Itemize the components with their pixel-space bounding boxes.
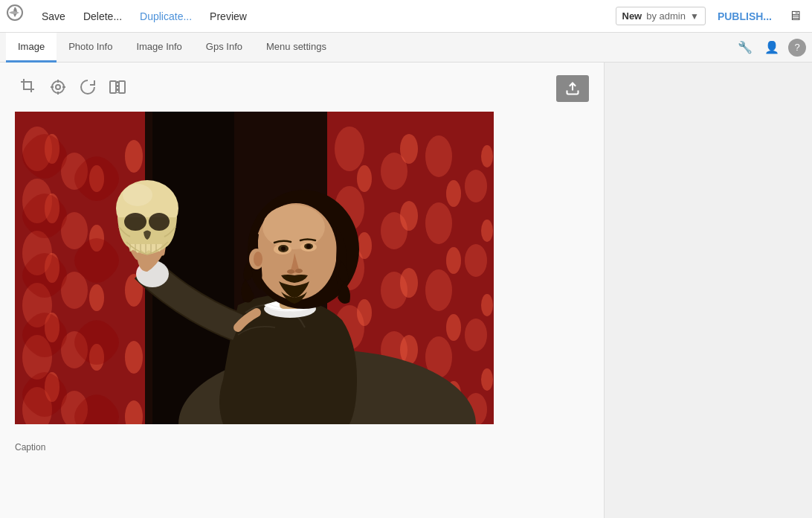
flip-tool-button[interactable] (104, 75, 131, 103)
tab-gps-info[interactable]: Gps Info (194, 33, 254, 63)
app-logo (6, 4, 31, 28)
svg-rect-7 (110, 81, 116, 93)
svg-point-56 (465, 244, 487, 277)
svg-point-75 (481, 368, 493, 391)
settings-icon-button[interactable]: 🔧 (735, 37, 755, 57)
upload-button[interactable] (556, 75, 589, 102)
rotate-tool-button[interactable] (74, 75, 101, 103)
svg-point-89 (295, 269, 303, 273)
svg-point-31 (89, 284, 104, 311)
svg-point-102 (123, 184, 152, 206)
caption-label: Caption (15, 442, 589, 453)
delete-button[interactable]: Delete... (76, 6, 129, 27)
svg-point-73 (481, 220, 493, 242)
svg-point-74 (481, 294, 493, 316)
svg-point-41 (335, 127, 364, 171)
svg-point-86 (281, 246, 286, 251)
tab-image[interactable]: Image (6, 33, 57, 63)
status-chevron-button[interactable]: ▼ (690, 11, 699, 22)
svg-point-69 (446, 247, 461, 274)
svg-point-52 (425, 269, 452, 311)
svg-point-59 (357, 165, 372, 192)
content-area: Caption (0, 63, 604, 518)
svg-point-81 (262, 205, 325, 249)
svg-point-64 (400, 201, 418, 231)
svg-point-70 (446, 314, 461, 341)
svg-point-95 (149, 213, 170, 231)
svg-point-65 (400, 268, 418, 298)
svg-point-55 (465, 170, 487, 202)
svg-point-91 (254, 252, 262, 266)
image-toolbar (15, 74, 589, 103)
svg-point-36 (125, 341, 143, 374)
svg-point-94 (124, 213, 146, 231)
top-toolbar: Save Delete... Duplicate... Preview New … (0, 0, 812, 33)
tab-menu-settings[interactable]: Menu settings (254, 33, 338, 63)
svg-point-50 (425, 135, 452, 177)
svg-rect-8 (119, 81, 125, 93)
save-button[interactable]: Save (34, 6, 73, 27)
svg-point-72 (481, 145, 493, 167)
status-area: New by admin ▼ (616, 7, 706, 25)
svg-point-33 (125, 140, 143, 173)
svg-point-87 (306, 244, 311, 249)
monitor-icon: 🖥 (784, 4, 806, 28)
svg-point-2 (56, 85, 60, 89)
svg-point-1 (52, 81, 64, 93)
image-display (15, 112, 494, 424)
tabs-icon-area: 🔧 👤 ? (735, 37, 806, 57)
tab-photo-info[interactable]: Photo Info (57, 33, 124, 63)
status-new-label: New (622, 10, 642, 22)
main-content: Caption (0, 63, 812, 518)
focus-tool-button[interactable] (45, 75, 71, 103)
svg-point-68 (446, 180, 461, 207)
crop-tool-button[interactable] (15, 74, 42, 103)
svg-point-88 (287, 269, 294, 274)
svg-point-61 (357, 299, 372, 326)
preview-button[interactable]: Preview (202, 6, 254, 27)
svg-point-51 (425, 202, 452, 244)
svg-point-57 (465, 319, 487, 351)
right-sidebar (604, 63, 812, 518)
svg-point-63 (400, 134, 418, 164)
caption-area: Caption (15, 439, 589, 453)
publish-button[interactable]: PUBLISH... (709, 6, 781, 27)
duplicate-button[interactable]: Duplicate... (132, 6, 199, 27)
tab-image-info[interactable]: Image Info (124, 33, 193, 63)
help-icon-button[interactable]: ? (788, 39, 806, 57)
svg-point-60 (357, 232, 372, 259)
user-icon-button[interactable]: 👤 (761, 37, 782, 57)
painting-svg (15, 112, 494, 424)
status-by-label: by admin (646, 10, 686, 22)
tabs-bar: Image Photo Info Image Info Gps Info Men… (0, 33, 812, 63)
